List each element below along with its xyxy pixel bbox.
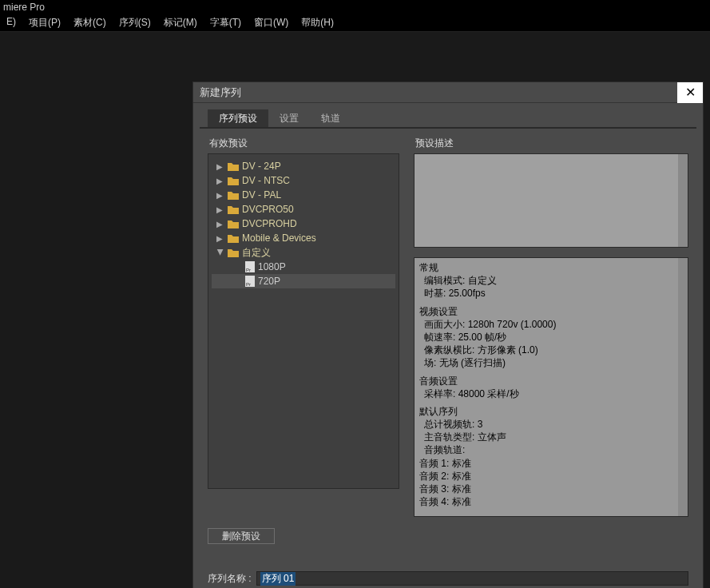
desc-line: 像素纵横比: 方形像素 (1.0): [419, 344, 675, 356]
tree-folder-custom[interactable]: ▶ 自定义: [212, 245, 395, 260]
dialog-title-bar[interactable]: 新建序列 ✕: [193, 82, 703, 103]
dialog-tabs: 序列预设 设置 轨道: [208, 109, 696, 127]
desc-line: 默认序列: [419, 405, 675, 418]
chevron-right-icon: ▶: [216, 177, 224, 185]
desc-line: 音频轨道:: [419, 443, 675, 456]
tree-folder[interactable]: ▶ DVCPROHD: [212, 217, 395, 231]
folder-icon: [228, 190, 239, 200]
tree-folder[interactable]: ▶ DV - 24P: [212, 159, 395, 173]
preset-file-icon: [245, 276, 255, 287]
chevron-right-icon: ▶: [216, 191, 224, 200]
delete-preset-button[interactable]: 删除预设: [208, 528, 275, 544]
sequence-name-label: 序列名称 :: [208, 572, 252, 586]
desc-line: 帧速率: 25.00 帧/秒: [419, 331, 675, 344]
desc-line: 音频 4: 标准: [419, 495, 675, 508]
desc-line: 画面大小: 1280h 720v (1.0000): [419, 318, 675, 331]
chevron-right-icon: ▶: [216, 234, 224, 243]
desc-line: 总计视频轨: 3: [419, 418, 675, 431]
menu-item[interactable]: 序列(S): [113, 13, 157, 31]
desc-line: 常规: [419, 261, 675, 274]
desc-line: 场: 无场 (逐行扫描): [419, 356, 675, 369]
tree-label: DV - 24P: [242, 161, 281, 172]
menu-item[interactable]: 帮助(H): [295, 13, 340, 31]
preset-description-top: [414, 153, 688, 248]
desc-line: 时基: 25.00fps: [419, 287, 675, 300]
menu-item[interactable]: E): [0, 13, 22, 31]
menu-bar: E) 项目(P) 素材(C) 序列(S) 标记(M) 字幕(T) 窗口(W) 帮…: [0, 13, 710, 32]
sequence-name-input[interactable]: 序列 01: [256, 571, 688, 586]
menu-item[interactable]: 项目(P): [22, 13, 67, 31]
tree-label: DV - PAL: [242, 189, 281, 201]
tree-folder[interactable]: ▶ DV - PAL: [212, 188, 395, 202]
tree-label: Mobile & Devices: [242, 232, 316, 244]
tree-preset-item[interactable]: 1080P: [212, 260, 395, 274]
menu-item[interactable]: 素材(C): [67, 13, 113, 31]
chevron-right-icon: ▶: [216, 205, 224, 214]
chevron-down-icon: ▶: [216, 248, 225, 256]
tree-label: 720P: [258, 276, 280, 287]
sequence-name-value: 序列 01: [260, 572, 296, 586]
close-icon[interactable]: ✕: [677, 82, 703, 103]
folder-icon: [228, 233, 239, 243]
tree-folder[interactable]: ▶ Mobile & Devices: [212, 231, 395, 245]
scrollbar[interactable]: [678, 258, 688, 516]
desc-line: 音频设置: [419, 375, 675, 387]
available-presets-label: 有效预设: [209, 137, 399, 150]
tree-label: 1080P: [258, 261, 286, 272]
tree-folder[interactable]: ▶ DVCPRO50: [212, 202, 395, 217]
desc-line: 音频 1: 标准: [419, 457, 675, 470]
menu-item[interactable]: 字幕(T): [204, 13, 248, 31]
preset-description-details: 常规 编辑模式: 自定义 时基: 25.00fps 视频设置 画面大小: 128…: [414, 257, 688, 517]
preset-tree[interactable]: ▶ DV - 24P ▶ DV - NTSC ▶ DV - PAL: [208, 153, 399, 489]
tree-label: DVCPRO50: [242, 204, 294, 215]
menu-item[interactable]: 窗口(W): [248, 13, 295, 31]
tree-label: DVCPROHD: [242, 218, 297, 229]
tree-folder[interactable]: ▶ DV - NTSC: [212, 173, 395, 188]
desc-line: 音频 3: 标准: [419, 483, 675, 495]
tree-label: DV - NTSC: [242, 175, 290, 186]
dialog-title: 新建序列: [200, 85, 241, 100]
folder-icon: [228, 205, 239, 214]
chevron-right-icon: ▶: [216, 162, 224, 171]
tree-preset-item[interactable]: 720P: [212, 274, 395, 288]
scrollbar[interactable]: [678, 154, 688, 247]
preset-file-icon: [245, 261, 255, 272]
folder-icon: [228, 161, 239, 171]
app-title: miere Pro: [0, 0, 710, 13]
folder-icon: [228, 248, 239, 257]
workspace: 新建序列 ✕ 序列预设 设置 轨道 有效预设 ▶ DV - 24P: [0, 32, 710, 588]
desc-line: 主音轨类型: 立体声: [419, 431, 675, 443]
chevron-right-icon: ▶: [216, 220, 224, 228]
tab-sequence-presets[interactable]: 序列预设: [208, 109, 268, 127]
desc-line: 音频 2: 标准: [419, 470, 675, 483]
tab-tracks[interactable]: 轨道: [310, 109, 351, 127]
menu-item[interactable]: 标记(M): [157, 13, 204, 31]
new-sequence-dialog: 新建序列 ✕ 序列预设 设置 轨道 有效预设 ▶ DV - 24P: [192, 81, 704, 588]
folder-icon: [228, 176, 239, 185]
desc-line: 采样率: 48000 采样/秒: [419, 387, 675, 400]
tree-label: 自定义: [242, 246, 271, 260]
desc-line: 视频设置: [419, 305, 675, 318]
tab-settings[interactable]: 设置: [268, 109, 310, 127]
folder-icon: [228, 219, 239, 228]
desc-line: 编辑模式: 自定义: [419, 274, 675, 287]
preset-description-label: 预设描述: [415, 137, 688, 150]
